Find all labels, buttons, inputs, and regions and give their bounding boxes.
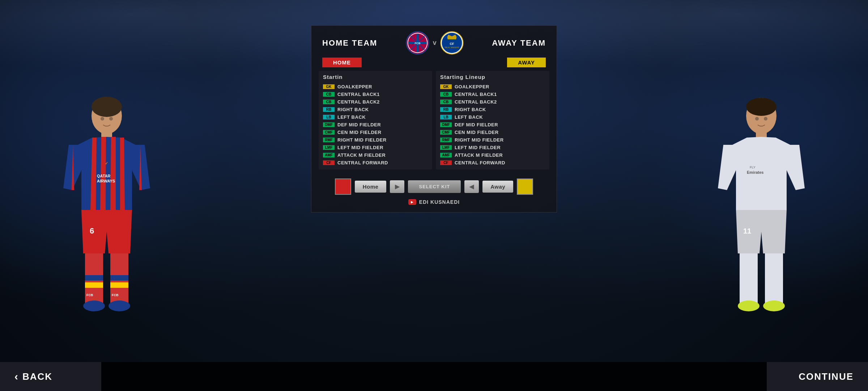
svg-rect-25 bbox=[740, 253, 758, 304]
position-name: RIGHT MID FIELDER bbox=[455, 137, 504, 143]
position-name: RIGHT BACK bbox=[337, 107, 369, 112]
position-name: ATTACK M FIELDER bbox=[337, 152, 386, 158]
away-lineup-panel: Starting Lineup GK GOALKEPPER CB CENTRAL… bbox=[436, 71, 549, 169]
svg-point-20 bbox=[746, 98, 776, 116]
away-kit-left-arrow[interactable]: ▶ bbox=[464, 180, 479, 193]
home-lineup-rows: GK GOALKEPPER CB CENTRAL BACK1 CB CENTRA… bbox=[323, 83, 428, 167]
home-lineup-row: CF CENTRAL FORWARD bbox=[323, 159, 428, 167]
vs-section: FCB v CF REAL MADRID bbox=[406, 31, 464, 55]
home-lineup-row: RMF RIGHT MID FIELDER bbox=[323, 136, 428, 144]
svg-text:FLY: FLY bbox=[750, 165, 756, 169]
position-badge: CMF bbox=[440, 130, 452, 135]
back-button[interactable]: ‹ BACK bbox=[0, 362, 101, 391]
home-lineup-row: CB CENTRAL BACK1 bbox=[323, 91, 428, 98]
svg-text:Emirates: Emirates bbox=[747, 170, 763, 175]
home-lineup-row: AMF ATTACK M FIELDER bbox=[323, 151, 428, 159]
away-lineup-row: DMF DEF MID FIELDER bbox=[440, 121, 545, 129]
svg-point-30 bbox=[764, 117, 767, 121]
team-header: HOME TEAM FCB v bbox=[311, 26, 557, 55]
svg-point-18 bbox=[109, 117, 113, 121]
home-lineup-row: CMF CEN MID FIELDER bbox=[323, 129, 428, 136]
realmadrid-player-svg: FLY Emirates 11 bbox=[703, 94, 819, 348]
home-lineup-row: GK GOALKEPPER bbox=[323, 83, 428, 91]
svg-text:AIRWAYS: AIRWAYS bbox=[97, 179, 115, 183]
svg-point-1 bbox=[92, 97, 122, 117]
position-name: CENTRAL FORWARD bbox=[455, 160, 505, 165]
home-lineup-row: DMF DEF MID FIELDER bbox=[323, 121, 428, 129]
back-arrow-icon: ‹ bbox=[14, 370, 19, 383]
home-lineup-title: Startin bbox=[323, 74, 428, 80]
svg-text:REAL MADRID: REAL MADRID bbox=[444, 46, 459, 49]
position-name: LEFT BACK bbox=[337, 114, 366, 120]
home-team-label: HOME TEAM bbox=[322, 38, 377, 48]
svg-rect-8 bbox=[85, 275, 103, 281]
position-name: GOALKEPPER bbox=[455, 84, 489, 89]
home-lineup-row: LB LEFT BACK bbox=[323, 113, 428, 121]
barcelona-badge: FCB bbox=[406, 31, 429, 55]
home-lineup-row: RB RIGHT BACK bbox=[323, 106, 428, 113]
svg-text:FCB: FCB bbox=[86, 293, 93, 297]
main-panel: HOME TEAM FCB v bbox=[311, 25, 557, 213]
away-team-label: AWAY TEAM bbox=[492, 38, 546, 48]
svg-point-13 bbox=[109, 300, 130, 311]
position-badge: RB bbox=[323, 107, 335, 112]
svg-point-12 bbox=[83, 300, 105, 311]
home-lineup-row: CB CENTRAL BACK2 bbox=[323, 98, 428, 106]
home-kit-button[interactable]: Home bbox=[355, 181, 387, 193]
tab-home-button[interactable]: HOME bbox=[322, 58, 362, 67]
svg-text:FCB: FCB bbox=[112, 293, 119, 297]
position-badge: CB bbox=[323, 100, 335, 104]
channel-label: EDI KUSNAEDI bbox=[311, 199, 557, 205]
away-lineup-row: CB CENTRAL BACK2 bbox=[440, 98, 545, 106]
vs-text: v bbox=[433, 39, 437, 47]
away-lineup-row: AMF ATTACK M FIELDER bbox=[440, 151, 545, 159]
back-label: BACK bbox=[22, 371, 52, 382]
svg-point-17 bbox=[101, 117, 104, 121]
position-badge: LMF bbox=[440, 145, 452, 150]
away-lineup-title: Starting Lineup bbox=[440, 74, 545, 80]
position-name: RIGHT MID FIELDER bbox=[337, 137, 387, 143]
away-lineup-row: LMF LEFT MID FIELDER bbox=[440, 144, 545, 151]
barcelona-player-svg: ✓ QATAR AIRWAYS 6 FCB FCB bbox=[49, 94, 165, 348]
position-name: ATTACK M FIELDER bbox=[455, 152, 503, 158]
bottom-bar: ‹ BACK CONTINUE bbox=[0, 362, 868, 391]
position-badge: LB bbox=[440, 115, 452, 119]
position-badge: CMF bbox=[323, 130, 335, 135]
svg-point-28 bbox=[763, 300, 785, 311]
position-badge: GK bbox=[440, 84, 452, 89]
position-badge: LMF bbox=[323, 145, 335, 150]
away-kit-button[interactable]: Away bbox=[482, 181, 513, 193]
position-name: GOALKEPPER bbox=[337, 84, 372, 89]
svg-text:QATAR: QATAR bbox=[97, 174, 111, 178]
away-lineup-row: CB CENTRAL BACK1 bbox=[440, 91, 545, 98]
svg-rect-11 bbox=[110, 282, 128, 288]
position-name: LEFT BACK bbox=[455, 114, 483, 120]
position-badge: RB bbox=[440, 107, 452, 112]
position-name: CENTRAL BACK2 bbox=[337, 99, 380, 105]
svg-text:FCB: FCB bbox=[414, 42, 420, 45]
away-lineup-row: GK GOALKEPPER bbox=[440, 83, 545, 91]
away-lineup-rows: GK GOALKEPPER CB CENTRAL BACK1 CB CENTRA… bbox=[440, 83, 545, 167]
svg-rect-10 bbox=[110, 275, 128, 281]
position-badge: DMF bbox=[440, 122, 452, 127]
away-lineup-row: LB LEFT BACK bbox=[440, 113, 545, 121]
position-name: CEN MID FIELDER bbox=[455, 130, 499, 135]
tab-away-button[interactable]: AWAY bbox=[507, 58, 546, 67]
home-lineup-panel: Startin GK GOALKEPPER CB CENTRAL BACK1 C… bbox=[319, 71, 432, 169]
continue-button[interactable]: CONTINUE bbox=[767, 362, 868, 391]
away-kit-color bbox=[517, 178, 533, 195]
channel-name: EDI KUSNAEDI bbox=[419, 199, 460, 205]
svg-text:11: 11 bbox=[743, 227, 751, 235]
youtube-icon bbox=[408, 199, 416, 205]
position-name: DEF MID FIELDER bbox=[455, 122, 498, 127]
lineups-row: Startin GK GOALKEPPER CB CENTRAL BACK1 C… bbox=[311, 67, 557, 173]
home-kit-right-arrow[interactable]: ▶ bbox=[390, 180, 404, 193]
select-kit-button[interactable]: SELECT KIT bbox=[408, 180, 461, 193]
position-name: CENTRAL BACK1 bbox=[337, 92, 380, 97]
position-badge: DMF bbox=[323, 122, 335, 127]
away-lineup-row: CMF CEN MID FIELDER bbox=[440, 129, 545, 136]
position-badge: CB bbox=[323, 92, 335, 97]
position-name: LEFT MID FIELDER bbox=[337, 145, 383, 150]
home-lineup-row: LMF LEFT MID FIELDER bbox=[323, 144, 428, 151]
svg-rect-26 bbox=[765, 253, 783, 304]
